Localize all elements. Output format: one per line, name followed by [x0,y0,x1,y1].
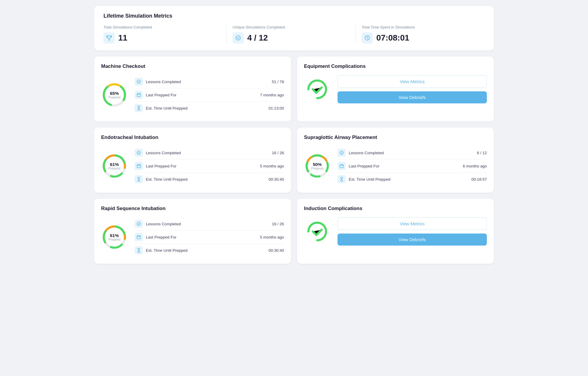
lifetime-stats: Total Simulations Completed 11 Unique Si… [103,25,485,43]
equipment-check-icon [304,76,330,103]
check-icon-4 [135,220,143,228]
et-lastprepped-row: Last Prepped For 5 months ago [135,160,284,173]
endotracheal-card: Endotracheal Intubation 61% Prepared [94,127,291,193]
svg-point-10 [137,151,141,155]
trophy-icon [103,32,115,43]
mc-lastprepped-label: Last Prepped For [146,93,176,97]
rs-esttime-row: Est. Time Until Prepped 00:30:40 [135,244,284,257]
rs-lessons-value: 16 / 26 [272,222,284,226]
rapid-sequence-percent: 61% [108,233,120,238]
et-lessons-row: Lessons Completed 16 / 26 [135,146,284,160]
et-esttime-row: Est. Time Until Prepped 00:30:40 [135,173,284,186]
svg-rect-6 [137,93,141,97]
total-time-value: 07:08:01 [376,33,409,43]
total-simulations-value: 11 [118,33,127,43]
mc-esttime-row: Est. Time Until Prepped 01:13:00 [135,102,284,115]
rs-lastprepped-value: 5 months ago [260,235,284,239]
equipment-view-debriefs-button[interactable]: View Debriefs [338,91,487,103]
calendar-icon [135,91,143,99]
clock-icon [362,32,373,43]
rapid-sequence-sublabel: Prepared [108,238,120,241]
mc-lessons-label: Lessons Completed [146,80,181,84]
equipment-view-metrics-button[interactable]: View Metrics [338,75,487,88]
unique-simulations-label: Unique Simulations Completed [233,25,350,29]
endotracheal-percent: 61% [108,162,120,167]
induction-complications-title: Induction Complications [304,206,487,212]
mc-esttime-value: 01:13:00 [268,106,284,110]
rs-lastprepped-row: Last Prepped For 5 months ago [135,231,284,244]
machine-checkout-sublabel: Prepared [108,96,120,99]
equipment-complications-title: Equipment Complications [304,63,487,69]
check-icon [135,78,143,86]
sg-esttime-label: Est. Time Until Prepped [349,177,390,182]
equipment-actions: View Metrics View Debriefs [338,75,487,103]
et-esttime-label: Est. Time Until Prepped [146,177,188,182]
supraglottic-progress: 50% Prepared [304,153,330,179]
check-circle-icon [233,32,244,43]
supraglottic-card: Supraglottic Airway Placement 50% Prepar… [297,127,494,193]
et-lastprepped-label: Last Prepped For [146,164,176,168]
svg-point-5 [137,80,141,83]
induction-view-metrics-button[interactable]: View Metrics [338,217,487,230]
lifetime-title: Lifetime Simulation Metrics [103,13,485,19]
equipment-complications-card: Equipment Complications View Metrics Vie… [297,56,494,122]
et-esttime-value: 00:30:40 [268,177,284,182]
hourglass-icon-4 [135,246,143,254]
rs-lessons-label: Lessons Completed [146,222,181,226]
induction-check-icon [304,218,330,245]
calendar-icon-3 [338,162,346,170]
sg-lessons-label: Lessons Completed [349,151,384,155]
hourglass-icon [135,104,143,112]
total-time-stat: Total Time Spent in Simulations 07:08:01 [356,25,485,43]
svg-point-0 [236,36,240,40]
induction-complications-card: Induction Complications View Metrics Vie… [297,199,494,264]
endotracheal-title: Endotracheal Intubation [101,135,284,140]
svg-rect-21 [137,236,141,239]
rs-esttime-value: 00:30:40 [268,248,284,253]
rs-lessons-row: Lessons Completed 16 / 26 [135,217,284,231]
induction-view-debriefs-button[interactable]: View Debriefs [338,234,487,246]
sg-lessons-value: 6 / 12 [477,151,487,155]
machine-checkout-card: Machine Checkout 65% Prepared [94,56,291,122]
mc-lessons-value: 51 / 78 [272,80,284,84]
hourglass-icon-3 [338,175,346,183]
svg-rect-11 [137,164,141,168]
lifetime-metrics-card: Lifetime Simulation Metrics Total Simula… [94,6,494,51]
rapid-sequence-metrics: Lessons Completed 16 / 26 [135,217,284,257]
machine-checkout-progress: 65% Prepared [101,82,128,108]
et-lessons-value: 16 / 26 [272,151,284,155]
supraglottic-title: Supraglottic Airway Placement [304,135,487,140]
induction-actions: View Metrics View Debriefs [338,217,487,246]
sg-lastprepped-label: Last Prepped For [349,164,379,168]
et-lessons-label: Lessons Completed [146,151,181,155]
check-icon-3 [338,149,346,157]
rapid-sequence-progress: 61% Prepared [101,224,128,250]
endotracheal-metrics: Lessons Completed 16 / 26 [135,146,284,186]
sg-lessons-row: Lessons Completed 6 / 12 [338,146,487,160]
check-icon-2 [135,149,143,157]
machine-checkout-metrics: Lessons Completed 51 / 78 [135,75,284,115]
total-simulations-stat: Total Simulations Completed 11 [103,25,227,43]
rs-lastprepped-label: Last Prepped For [146,235,176,239]
supraglottic-metrics: Lessons Completed 6 / 12 [338,146,487,186]
supraglottic-percent: 50% [311,162,323,167]
unique-simulations-stat: Unique Simulations Completed 4 / 12 [227,25,356,43]
unique-simulations-value: 4 / 12 [247,33,268,43]
endotracheal-progress: 61% Prepared [101,153,128,179]
machine-checkout-title: Machine Checkout [101,63,284,69]
mc-lessons-row: Lessons Completed 51 / 78 [135,75,284,88]
mc-lastprepped-value: 7 months ago [260,93,284,97]
hourglass-icon-2 [135,175,143,183]
total-simulations-label: Total Simulations Completed [103,25,220,29]
svg-point-15 [340,151,343,155]
rapid-sequence-card: Rapid Sequence Intubation 61% Prepared [94,199,291,264]
sg-lastprepped-row: Last Prepped For 6 months ago [338,160,487,173]
endotracheal-sublabel: Prepared [108,167,120,170]
sg-esttime-row: Est. Time Until Prepped 00:18:57 [338,173,487,186]
calendar-icon-2 [135,162,143,170]
mc-lastprepped-row: Last Prepped For 7 months ago [135,88,284,102]
sg-lastprepped-value: 6 months ago [463,164,487,168]
rs-esttime-label: Est. Time Until Prepped [146,248,188,253]
calendar-icon-4 [135,233,143,241]
machine-checkout-percent: 65% [108,91,120,96]
